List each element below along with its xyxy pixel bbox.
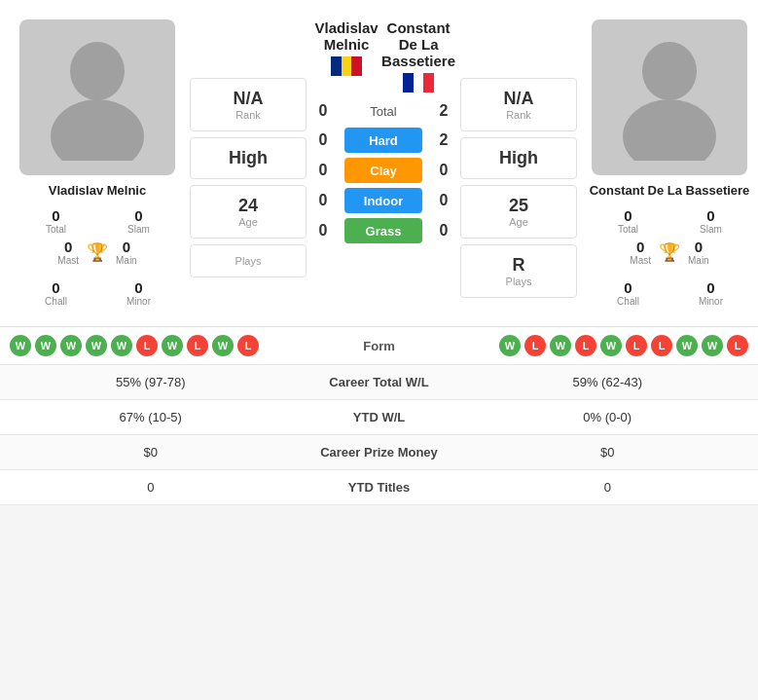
svg-point-2 — [642, 42, 697, 100]
form-badge-w: W — [86, 335, 107, 356]
left-plays-box: Plays — [190, 244, 307, 277]
form-badge-l: L — [524, 335, 546, 356]
left-player-avatar — [19, 19, 175, 175]
right-total-stat: 0 Total — [592, 207, 665, 235]
badge-hard: Hard — [344, 128, 422, 153]
left-player-stats2: 0 Chall 0 Minor — [10, 279, 185, 307]
form-badge-l: L — [237, 335, 259, 356]
right-age-box: 25 Age — [460, 185, 577, 239]
stat-row-0: 55% (97-78) Career Total W/L 59% (62-43) — [0, 365, 758, 400]
right-trophy-row: 0 Mast 🏆 0 Main — [630, 239, 708, 266]
top-section: Vladislav Melnic 0 Total 0 Slam 0 Mast 🏆 — [0, 0, 758, 316]
left-high-box: High — [190, 137, 307, 179]
form-label: Form — [311, 339, 448, 353]
left-minor-stat: 0 Minor — [102, 279, 175, 307]
stat-right-0: 59% (62-43) — [477, 375, 740, 389]
left-form-badges: WWWWWLWLWL — [10, 335, 311, 356]
stat-left-0: 55% (97-78) — [19, 375, 282, 389]
stat-right-1: 0% (0-0) — [477, 410, 740, 424]
surface-clay-row: 0 Clay 0 — [311, 158, 455, 183]
stat-left-3: 0 — [19, 480, 282, 495]
left-player-title: Vladislav Melnic — [311, 19, 381, 76]
left-middle-stats: N/A Rank High 24 Age Plays — [185, 19, 311, 307]
right-player-name: Constant De La Bassetiere — [590, 183, 750, 198]
stat-left-2: $0 — [19, 445, 282, 460]
right-flag — [381, 73, 455, 92]
right-player-avatar — [592, 19, 747, 175]
left-player-name: Vladislav Melnic — [49, 183, 146, 198]
left-trophy-row: 0 Mast 🏆 0 Main — [57, 239, 136, 266]
stat-left-1: 67% (10-5) — [19, 410, 282, 424]
left-chall-stat: 0 Chall — [19, 279, 92, 307]
total-row: 0 Total 2 — [311, 102, 455, 120]
stat-row-1: 67% (10-5) YTD W/L 0% (0-0) — [0, 400, 758, 435]
right-minor-stat: 0 Minor — [674, 279, 747, 307]
badge-indoor: Indoor — [344, 188, 422, 213]
stat-label-2: Career Prize Money — [282, 445, 477, 460]
left-flag — [311, 56, 381, 76]
left-trophy-icon: 🏆 — [87, 241, 108, 263]
form-badge-w: W — [35, 335, 56, 356]
left-player-stats: 0 Total 0 Slam — [10, 207, 185, 235]
form-badge-w: W — [499, 335, 521, 356]
surface-hard-row: 0 Hard 2 — [311, 128, 455, 153]
form-badge-w: W — [550, 335, 571, 356]
stat-row-3: 0 YTD Titles 0 — [0, 470, 758, 505]
stat-row-2: $0 Career Prize Money $0 — [0, 435, 758, 470]
right-main-stat: 0 Main — [688, 239, 709, 266]
form-badge-l: L — [651, 335, 672, 356]
player-names-row: Vladislav Melnic Constant De La Bassetie… — [311, 19, 455, 92]
left-slam-stat: 0 Slam — [102, 207, 175, 235]
form-badge-w: W — [10, 335, 31, 356]
svg-point-0 — [70, 42, 125, 100]
right-high-box: High — [460, 137, 577, 179]
form-row: WWWWWLWLWL Form WLWLWLLWWL — [0, 327, 758, 365]
right-slam-stat: 0 Slam — [674, 207, 747, 235]
left-main-stat: 0 Main — [116, 239, 137, 266]
badge-clay: Clay — [344, 158, 422, 183]
form-badge-l: L — [187, 335, 208, 356]
stat-label-1: YTD W/L — [282, 410, 477, 424]
right-middle-stats: N/A Rank High 25 Age R Plays — [455, 19, 582, 307]
right-form-badges: WLWLWLLWWL — [448, 335, 749, 356]
stat-right-3: 0 — [477, 480, 740, 495]
left-rank-box: N/A Rank — [190, 78, 307, 131]
form-badge-l: L — [727, 335, 748, 356]
center-column: Vladislav Melnic Constant De La Bassetie… — [311, 19, 455, 307]
form-badge-l: L — [136, 335, 158, 356]
bottom-section: WWWWWLWLWL Form WLWLWLLWWL 55% (97-78) C… — [0, 326, 758, 505]
form-badge-w: W — [162, 335, 183, 356]
surface-grass-row: 0 Grass 0 — [311, 218, 455, 243]
form-badge-w: W — [600, 335, 622, 356]
left-age-box: 24 Age — [190, 185, 307, 239]
right-player-title: Constant De La Bassetiere — [381, 19, 455, 92]
surface-indoor-row: 0 Indoor 0 — [311, 188, 455, 213]
right-rank-box: N/A Rank — [460, 78, 577, 131]
right-player-stats2: 0 Chall 0 Minor — [582, 279, 757, 307]
form-badge-w: W — [212, 335, 234, 356]
stat-right-2: $0 — [477, 445, 740, 460]
form-badge-w: W — [60, 335, 82, 356]
form-badge-l: L — [575, 335, 596, 356]
left-total-stat: 0 Total — [19, 207, 92, 235]
main-container: Vladislav Melnic 0 Total 0 Slam 0 Mast 🏆 — [0, 0, 758, 505]
right-chall-stat: 0 Chall — [592, 279, 665, 307]
stat-label-3: YTD Titles — [282, 480, 477, 495]
right-player-card: Constant De La Bassetiere 0 Total 0 Slam… — [582, 19, 757, 307]
left-mast-stat: 0 Mast — [57, 239, 79, 266]
form-badge-w: W — [111, 335, 132, 356]
stat-label-0: Career Total W/L — [282, 375, 477, 389]
badge-grass: Grass — [344, 218, 422, 243]
right-player-stats: 0 Total 0 Slam — [582, 207, 757, 235]
svg-point-1 — [51, 99, 144, 161]
right-plays-box: R Plays — [460, 244, 577, 298]
right-trophy-icon: 🏆 — [659, 241, 680, 263]
right-mast-stat: 0 Mast — [630, 239, 651, 266]
form-badge-w: W — [676, 335, 698, 356]
stats-rows: 55% (97-78) Career Total W/L 59% (62-43)… — [0, 365, 758, 505]
form-badge-w: W — [702, 335, 723, 356]
form-badge-l: L — [626, 335, 647, 356]
left-player-card: Vladislav Melnic 0 Total 0 Slam 0 Mast 🏆 — [10, 19, 185, 307]
svg-point-3 — [623, 99, 716, 161]
